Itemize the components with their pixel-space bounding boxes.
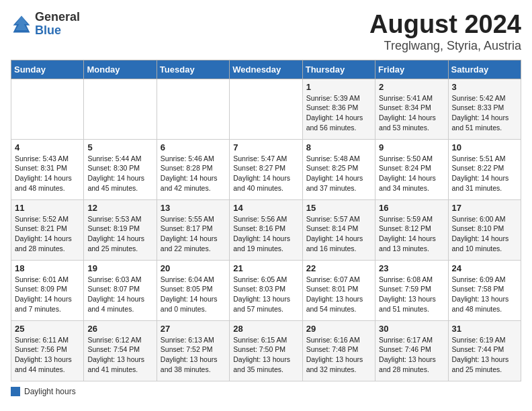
day-info: Sunrise: 6:00 AM Sunset: 8:10 PM Dayligh… <box>452 214 517 254</box>
day-cell: 24Sunrise: 6:09 AM Sunset: 7:58 PM Dayli… <box>448 260 521 320</box>
day-number: 14 <box>233 203 298 213</box>
day-info: Sunrise: 5:43 AM Sunset: 8:31 PM Dayligh… <box>15 154 80 193</box>
calendar-header: SundayMondayTuesdayWednesdayThursdayFrid… <box>11 60 521 79</box>
header-row: SundayMondayTuesdayWednesdayThursdayFrid… <box>11 60 521 79</box>
day-cell: 29Sunrise: 6:16 AM Sunset: 7:48 PM Dayli… <box>302 320 375 381</box>
logo-text: General Blue <box>35 11 80 38</box>
day-cell: 9Sunrise: 5:50 AM Sunset: 8:24 PM Daylig… <box>375 139 448 199</box>
day-number: 16 <box>379 203 444 213</box>
day-info: Sunrise: 6:13 AM Sunset: 7:52 PM Dayligh… <box>161 335 226 375</box>
day-cell: 28Sunrise: 6:15 AM Sunset: 7:50 PM Dayli… <box>230 320 302 381</box>
day-info: Sunrise: 6:12 AM Sunset: 7:54 PM Dayligh… <box>87 335 152 375</box>
day-cell: 27Sunrise: 6:13 AM Sunset: 7:52 PM Dayli… <box>157 320 229 381</box>
header-cell-wednesday: Wednesday <box>230 60 302 79</box>
day-cell: 15Sunrise: 5:57 AM Sunset: 8:14 PM Dayli… <box>302 199 375 260</box>
day-cell: 11Sunrise: 5:52 AM Sunset: 8:21 PM Dayli… <box>11 199 84 260</box>
day-cell: 23Sunrise: 6:08 AM Sunset: 7:59 PM Dayli… <box>375 260 448 320</box>
day-info: Sunrise: 6:08 AM Sunset: 7:59 PM Dayligh… <box>379 275 444 314</box>
day-number: 6 <box>161 142 226 152</box>
week-row-4: 18Sunrise: 6:01 AM Sunset: 8:09 PM Dayli… <box>11 260 521 320</box>
day-cell <box>157 79 229 139</box>
day-cell <box>11 79 84 139</box>
day-cell: 18Sunrise: 6:01 AM Sunset: 8:09 PM Dayli… <box>11 260 84 320</box>
day-cell: 30Sunrise: 6:17 AM Sunset: 7:46 PM Dayli… <box>375 320 448 381</box>
header: General Blue August 2024 Treglwang, Styr… <box>11 11 521 53</box>
day-info: Sunrise: 6:05 AM Sunset: 8:03 PM Dayligh… <box>233 275 298 314</box>
header-cell-saturday: Saturday <box>448 60 521 79</box>
day-info: Sunrise: 5:44 AM Sunset: 8:30 PM Dayligh… <box>87 154 152 193</box>
week-row-5: 25Sunrise: 6:11 AM Sunset: 7:56 PM Dayli… <box>11 320 521 381</box>
day-cell: 17Sunrise: 6:00 AM Sunset: 8:10 PM Dayli… <box>448 199 521 260</box>
header-cell-monday: Monday <box>84 60 157 79</box>
day-info: Sunrise: 5:41 AM Sunset: 8:34 PM Dayligh… <box>379 93 444 133</box>
day-number: 12 <box>87 203 152 213</box>
day-number: 20 <box>161 263 226 273</box>
day-info: Sunrise: 6:03 AM Sunset: 8:07 PM Dayligh… <box>87 275 152 314</box>
day-cell: 16Sunrise: 5:59 AM Sunset: 8:12 PM Dayli… <box>375 199 448 260</box>
calendar-body: 1Sunrise: 5:39 AM Sunset: 8:36 PM Daylig… <box>11 79 521 381</box>
day-number: 18 <box>15 263 80 273</box>
day-number: 26 <box>87 324 152 334</box>
day-info: Sunrise: 5:46 AM Sunset: 8:28 PM Dayligh… <box>161 154 226 193</box>
day-info: Sunrise: 6:01 AM Sunset: 8:09 PM Dayligh… <box>15 275 80 314</box>
day-info: Sunrise: 6:19 AM Sunset: 7:44 PM Dayligh… <box>452 335 517 375</box>
day-number: 25 <box>15 324 80 334</box>
day-number: 15 <box>306 203 371 213</box>
day-cell: 10Sunrise: 5:51 AM Sunset: 8:22 PM Dayli… <box>448 139 521 199</box>
day-info: Sunrise: 6:15 AM Sunset: 7:50 PM Dayligh… <box>233 335 298 375</box>
header-cell-tuesday: Tuesday <box>157 60 229 79</box>
legend-box <box>11 387 20 396</box>
day-number: 10 <box>452 142 517 152</box>
day-number: 30 <box>379 324 444 334</box>
day-cell: 4Sunrise: 5:43 AM Sunset: 8:31 PM Daylig… <box>11 139 84 199</box>
day-number: 5 <box>87 142 152 152</box>
day-cell: 3Sunrise: 5:42 AM Sunset: 8:33 PM Daylig… <box>448 79 521 139</box>
week-row-3: 11Sunrise: 5:52 AM Sunset: 8:21 PM Dayli… <box>11 199 521 260</box>
day-cell: 20Sunrise: 6:04 AM Sunset: 8:05 PM Dayli… <box>157 260 229 320</box>
day-cell: 19Sunrise: 6:03 AM Sunset: 8:07 PM Dayli… <box>84 260 157 320</box>
day-info: Sunrise: 5:50 AM Sunset: 8:24 PM Dayligh… <box>379 154 444 193</box>
day-info: Sunrise: 6:17 AM Sunset: 7:46 PM Dayligh… <box>379 335 444 375</box>
day-number: 29 <box>306 324 371 334</box>
day-number: 22 <box>306 263 371 273</box>
day-info: Sunrise: 6:04 AM Sunset: 8:05 PM Dayligh… <box>161 275 226 314</box>
day-number: 11 <box>15 203 80 213</box>
legend: Daylight hours <box>11 387 521 396</box>
day-info: Sunrise: 5:55 AM Sunset: 8:17 PM Dayligh… <box>161 214 226 254</box>
svg-marker-1 <box>15 15 28 30</box>
day-info: Sunrise: 5:48 AM Sunset: 8:25 PM Dayligh… <box>306 154 371 193</box>
week-row-2: 4Sunrise: 5:43 AM Sunset: 8:31 PM Daylig… <box>11 139 521 199</box>
day-info: Sunrise: 5:56 AM Sunset: 8:16 PM Dayligh… <box>233 214 298 254</box>
day-number: 28 <box>233 324 298 334</box>
day-info: Sunrise: 6:07 AM Sunset: 8:01 PM Dayligh… <box>306 275 371 314</box>
day-cell: 25Sunrise: 6:11 AM Sunset: 7:56 PM Dayli… <box>11 320 84 381</box>
day-cell: 12Sunrise: 5:53 AM Sunset: 8:19 PM Dayli… <box>84 199 157 260</box>
day-cell: 7Sunrise: 5:47 AM Sunset: 8:27 PM Daylig… <box>230 139 302 199</box>
day-info: Sunrise: 6:11 AM Sunset: 7:56 PM Dayligh… <box>15 335 80 375</box>
day-cell: 13Sunrise: 5:55 AM Sunset: 8:17 PM Dayli… <box>157 199 229 260</box>
day-number: 24 <box>452 263 517 273</box>
day-info: Sunrise: 5:59 AM Sunset: 8:12 PM Dayligh… <box>379 214 444 254</box>
day-info: Sunrise: 5:39 AM Sunset: 8:36 PM Dayligh… <box>306 93 371 133</box>
day-cell: 26Sunrise: 6:12 AM Sunset: 7:54 PM Dayli… <box>84 320 157 381</box>
day-cell: 5Sunrise: 5:44 AM Sunset: 8:30 PM Daylig… <box>84 139 157 199</box>
location: Treglwang, Styria, Austria <box>369 39 521 53</box>
day-number: 19 <box>87 263 152 273</box>
day-number: 7 <box>233 142 298 152</box>
day-info: Sunrise: 6:16 AM Sunset: 7:48 PM Dayligh… <box>306 335 371 375</box>
day-number: 2 <box>379 82 444 92</box>
day-number: 8 <box>306 142 371 152</box>
day-cell: 2Sunrise: 5:41 AM Sunset: 8:34 PM Daylig… <box>375 79 448 139</box>
day-number: 3 <box>452 82 517 92</box>
day-cell <box>230 79 302 139</box>
title-area: August 2024 Treglwang, Styria, Austria <box>369 11 521 53</box>
day-cell: 14Sunrise: 5:56 AM Sunset: 8:16 PM Dayli… <box>230 199 302 260</box>
day-number: 1 <box>306 82 371 92</box>
day-number: 23 <box>379 263 444 273</box>
header-cell-thursday: Thursday <box>302 60 375 79</box>
day-number: 4 <box>15 142 80 152</box>
day-cell: 1Sunrise: 5:39 AM Sunset: 8:36 PM Daylig… <box>302 79 375 139</box>
day-number: 27 <box>161 324 226 334</box>
day-cell: 31Sunrise: 6:19 AM Sunset: 7:44 PM Dayli… <box>448 320 521 381</box>
calendar-table: SundayMondayTuesdayWednesdayThursdayFrid… <box>11 60 521 381</box>
